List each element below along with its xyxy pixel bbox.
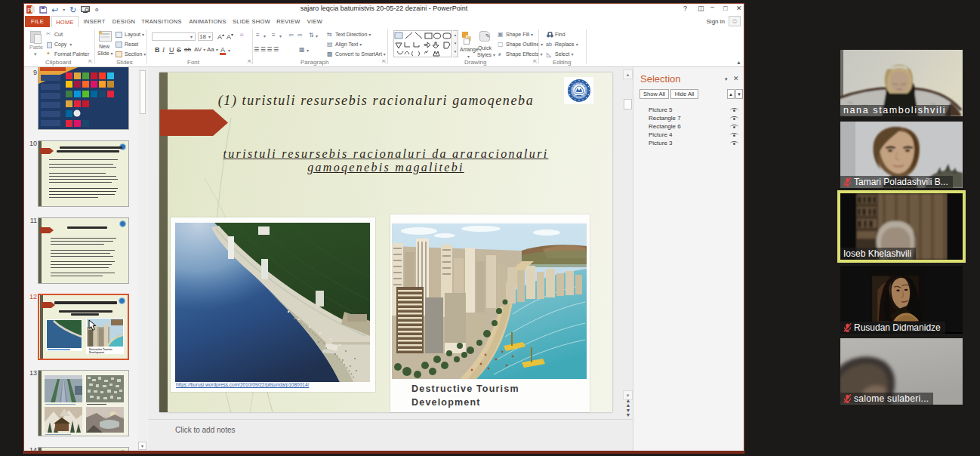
svg-text:Development: Development — [89, 351, 105, 354]
